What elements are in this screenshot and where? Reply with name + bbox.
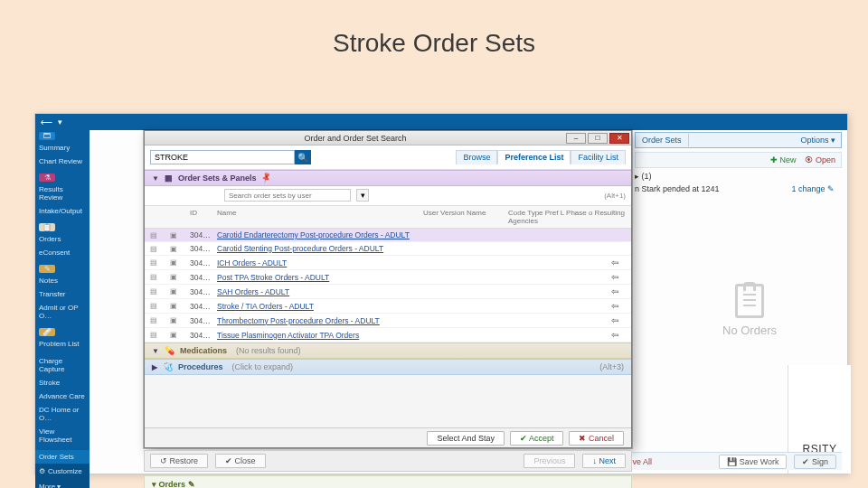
next-button[interactable]: ↓ Next [582,454,626,468]
result-rows: ▤▣304…Carotid Endarterectomy Post-proced… [145,229,631,343]
result-row[interactable]: ▤▣304…Tissue Plasminogen Activator TPA O… [145,328,631,343]
close-panel-button[interactable]: ✔ Close [215,454,266,468]
sidebar-item-view-flowsheet[interactable]: View Flowsheet [35,425,90,446]
pin-icon[interactable]: 📌 [260,172,274,184]
sidebar-item-econsent[interactable]: eConsent [35,246,90,259]
row-name[interactable]: Thrombectomy Post-procedure Orders - ADU… [217,316,608,325]
section-procedures[interactable]: ▶ 🩺 Procedures (Click to expand) (Alt+3) [145,359,631,375]
accept-button[interactable]: ✔ Accept [510,431,564,446]
row-icon: ▤ [150,302,166,310]
bg-options[interactable]: Options ▾ [795,134,841,146]
select-and-stay-button[interactable]: Select And Stay [427,431,505,446]
row-type-icon: ▣ [170,316,186,324]
filter-hint: (Alt+1) [604,192,626,200]
search-input[interactable] [150,150,295,164]
sidebar-item-results-review[interactable]: Results Review [35,183,90,204]
user-filter-input[interactable] [224,189,351,202]
notes-icon[interactable]: ✎ [39,265,55,273]
bg-open-button[interactable]: ⦿ Open [805,155,835,164]
proc-hint: (Alt+3) [599,362,624,371]
result-row[interactable]: ▤▣304…ICH Orders - ADULT⇦ [145,256,631,270]
sidebar-item-transfer[interactable]: Transfer [35,287,90,301]
sidebar-item-charge-capture[interactable]: Charge Capture [35,354,90,376]
sidebar-item-problem-list[interactable]: Problem List [35,337,90,351]
row-id: 304… [190,287,213,296]
tab-facility-list[interactable]: Facility List [571,150,626,164]
app-window: ⟵ ▾ 🗔 Summary Chart Review ⚗ Results Rev… [34,113,848,474]
bg-pended-text: n Stark pended at 1241 [635,184,720,193]
bg-new-button[interactable]: ✚ New [770,155,797,164]
orders-section-header[interactable]: ▾ Orders ✎ [144,475,632,488]
row-id: 304… [190,273,213,282]
tab-browse[interactable]: Browse [456,150,497,164]
result-row[interactable]: ▤▣304…SAH Orders - ADULT⇦ [145,285,631,299]
problem-list-icon[interactable]: 🩹 [39,328,55,336]
main-area: Order Sets Options ▾ ✚ New ⦿ Open ▸ (1) … [90,130,847,474]
row-id: 304… [190,230,213,239]
row-name[interactable]: Stroke / TIA Orders - ADULT [217,302,608,311]
orders-icon[interactable]: 📋 [39,223,55,231]
tab-preference-list[interactable]: Preference List [497,150,571,164]
dialog-search-row: 🔍 Browse Preference List Facility List [145,145,631,170]
filter-dropdown-icon[interactable]: ▾ [356,189,369,202]
row-name[interactable]: ICH Orders - ADULT [217,258,608,267]
sidebar-item-notes[interactable]: Notes [35,274,90,287]
sidebar-item-order-sets[interactable]: Order Sets [35,450,90,464]
bg-footer: ✖ Remove All 💾 Save Work ✔ Sign [596,452,842,470]
row-type-icon: ▣ [170,302,186,310]
save-work-button[interactable]: 💾 Save Work [719,455,787,469]
dialog-titlebar: Order and Order Set Search – □ ✕ [145,131,631,145]
result-row[interactable]: ▤▣304…Thrombectomy Post-procedure Orders… [145,314,631,328]
sidebar-item-orders[interactable]: Orders [35,232,90,246]
panels-icon: ▦ [165,174,173,183]
result-row[interactable]: ▤▣304…Stroke / TIA Orders - ADULT⇦ [145,299,631,314]
row-name[interactable]: Post TPA Stroke Orders - ADULT [217,273,608,282]
cancel-button[interactable]: ✖ Cancel [569,431,624,446]
row-id: 304… [190,331,213,340]
section-order-sets[interactable]: ▼ ▦ Order Sets & Panels 📌 [145,170,631,186]
menu-icon[interactable]: ▾ [58,117,62,127]
sidebar-item-intake-output[interactable]: Intake/Output [35,204,90,218]
bg-tab-order-sets[interactable]: Order Sets [636,134,689,146]
pill-icon: 💊 [165,346,175,355]
sidebar-item-stroke[interactable]: Stroke [35,376,90,389]
maximize-button[interactable]: □ [588,133,608,144]
results-icon[interactable]: ⚗ [39,174,55,182]
bg-change-link[interactable]: 1 change ✎ [791,184,835,193]
row-type-icon: ▣ [170,273,186,281]
previous-button[interactable]: Previous [524,454,575,468]
result-row[interactable]: ▤▣304…Carotid Stenting Post-procedure Or… [145,242,631,256]
search-icon[interactable]: 🔍 [295,150,311,164]
result-row[interactable]: ▤▣304…Carotid Endarterectomy Post-proced… [145,229,631,242]
row-icon: ▤ [150,231,166,239]
row-name[interactable]: Carotid Endarterectomy Post-procedure Or… [217,230,608,239]
back-icon[interactable]: ⟵ [41,117,52,127]
callout-arrow-icon: ⇦ [611,272,626,282]
row-type-icon: ▣ [170,245,186,253]
callout-arrow-icon: ⇦ [611,301,626,311]
row-icon: ▤ [150,273,166,281]
sidebar-item-chart-review[interactable]: Chart Review [35,155,90,168]
close-button[interactable]: ✕ [609,133,629,144]
restore-button[interactable]: ↺ Restore [150,454,208,468]
result-row[interactable]: ▤▣304…Post TPA Stroke Orders - ADULT⇦ [145,270,631,285]
sidebar-item-summary[interactable]: Summary [35,141,90,155]
bg-top-tabs: Order Sets Options ▾ [635,132,842,148]
summary-icon[interactable]: 🗔 [39,132,55,140]
sidebar-customize[interactable]: ⚙Customize [35,464,90,479]
sidebar-more[interactable]: More ▾ [35,479,90,488]
under-panel: ↺ Restore ✔ Close Previous ↓ Next ▾ Orde… [144,450,632,488]
sign-button[interactable]: ✔ Sign [794,455,836,469]
row-name[interactable]: SAH Orders - ADULT [217,287,608,296]
sidebar-item-advance-care[interactable]: Advance Care [35,389,90,403]
minimize-button[interactable]: – [566,133,586,144]
section-medications[interactable]: ▼ 💊 Medications (No results found) [145,343,631,359]
row-type-icon: ▣ [170,287,186,296]
collapse-icon: ▼ [152,174,159,183]
sidebar-item-dc-home[interactable]: DC Home or O… [35,403,90,425]
row-name[interactable]: Carotid Stenting Post-procedure Orders -… [217,244,608,253]
bg-action-row: ✚ New ⦿ Open [635,152,842,168]
row-name[interactable]: Tissue Plasminogen Activator TPA Orders [217,331,608,340]
row-icon: ▤ [150,316,166,324]
sidebar-item-admit[interactable]: Admit or OP O… [35,301,90,323]
